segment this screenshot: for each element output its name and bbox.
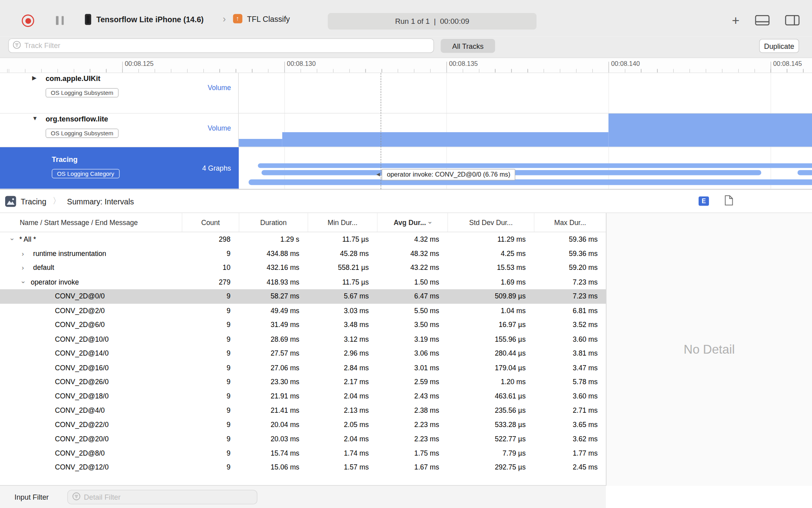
row-name-text: CONV_2D@4/0 xyxy=(55,406,105,414)
table-row[interactable]: CONV_2D@0/0958.27 ms5.67 ms6.47 ms509.89… xyxy=(0,289,606,304)
cell-count: 9 xyxy=(182,378,239,386)
cell-count: 9 xyxy=(182,350,239,358)
cell-count: 9 xyxy=(182,307,239,315)
cell-min: 2.84 ms xyxy=(308,364,377,372)
table-row[interactable]: CONV_2D@16/0927.06 ms2.84 ms3.01 ms179.0… xyxy=(0,360,606,375)
track-filter-field[interactable] xyxy=(8,38,434,53)
detail-filter-field[interactable] xyxy=(67,490,257,504)
cell-max: 2.71 ms xyxy=(534,406,606,414)
disclosure-triangle-icon[interactable]: ▶ xyxy=(32,75,36,81)
all-tracks-button[interactable]: All Tracks xyxy=(441,39,495,53)
cell-min: 2.13 ms xyxy=(308,406,377,414)
filter-icon xyxy=(12,40,21,51)
cell-avg: 2.43 ms xyxy=(377,392,448,400)
column-header-name[interactable]: Name / Start Message / End Message xyxy=(0,213,182,232)
intervals-table-body: ›* All *2981.29 s11.75 µs4.32 ms11.29 ms… xyxy=(0,232,606,475)
pause-button[interactable] xyxy=(56,16,64,25)
track-row-uikit[interactable]: ▶ com.apple.UIKit OS Logging Subsystem V… xyxy=(0,73,812,114)
table-row[interactable]: ›* All *2981.29 s11.75 µs4.32 ms11.29 ms… xyxy=(0,232,606,246)
cell-name: CONV_2D@18/0 xyxy=(0,392,182,400)
record-button[interactable] xyxy=(22,15,34,27)
row-name-text: default xyxy=(33,264,54,272)
disclosure-triangle-icon[interactable]: ▼ xyxy=(32,115,38,121)
table-row[interactable]: CONV_2D@18/0921.91 ms2.04 ms2.43 ms463.6… xyxy=(0,389,606,403)
track-lane[interactable]: ◀ operator invoke: CONV_2D@0/0 (6.76 ms) xyxy=(239,147,812,189)
track-meta: 4 Graphs xyxy=(202,164,231,172)
expanded-detail-button[interactable]: E xyxy=(699,196,709,206)
cell-max: 6.81 ms xyxy=(534,307,606,315)
cell-count: 279 xyxy=(182,278,239,286)
row-name-text: CONV_2D@12/0 xyxy=(55,464,109,471)
track-filter-input[interactable] xyxy=(24,41,433,50)
cell-name: CONV_2D@8/0 xyxy=(0,449,182,457)
cell-max: 59.36 ms xyxy=(534,250,606,258)
track-label[interactable]: ▶ com.apple.UIKit OS Logging Subsystem V… xyxy=(0,73,239,113)
cell-name: CONV_2D@0/0 xyxy=(0,292,182,300)
table-row[interactable]: CONV_2D@20/0920.03 ms2.04 ms2.23 ms522.7… xyxy=(0,432,606,446)
track-row-tracing[interactable]: Tracing OS Logging Category 4 Graphs ◀ o… xyxy=(0,147,812,189)
disclosure-chevron-icon[interactable]: › xyxy=(20,281,28,283)
cell-std: 1.20 ms xyxy=(447,378,534,386)
breadcrumb-page[interactable]: Summary: Intervals xyxy=(67,197,134,206)
target-selector[interactable]: ↑ TFL Classify xyxy=(233,14,290,23)
filter-icon xyxy=(72,492,81,502)
playhead-line[interactable] xyxy=(381,73,381,189)
cell-avg: 3.01 ms xyxy=(377,364,448,372)
toggle-bottom-panel-button[interactable] xyxy=(755,15,770,25)
column-header-count[interactable]: Count xyxy=(182,213,239,232)
table-row[interactable]: CONV_2D@6/0931.49 ms3.48 ms3.50 ms16.97 … xyxy=(0,318,606,332)
cell-std: 235.56 µs xyxy=(447,406,534,414)
cell-duration: 1.29 s xyxy=(239,235,308,243)
cell-count: 9 xyxy=(182,321,239,329)
breadcrumb-root[interactable]: Tracing xyxy=(21,197,46,206)
cell-name: CONV_2D@12/0 xyxy=(0,464,182,471)
table-row[interactable]: CONV_2D@8/0915.74 ms1.74 ms1.75 ms7.79 µ… xyxy=(0,446,606,460)
cell-name: CONV_2D@2/0 xyxy=(0,307,182,315)
cell-max: 3.65 ms xyxy=(534,421,606,429)
column-header-stddev[interactable]: Std Dev Dur... xyxy=(447,213,534,232)
table-row[interactable]: ›default10432.16 ms558.21 µs43.22 ms15.5… xyxy=(0,261,606,275)
cell-std: 292.75 µs xyxy=(447,464,534,471)
cell-duration: 434.88 ms xyxy=(239,250,308,258)
cell-std: 155.96 µs xyxy=(447,335,534,343)
add-instrument-button[interactable]: + xyxy=(732,14,739,26)
track-lane[interactable] xyxy=(239,73,812,113)
table-row[interactable]: CONV_2D@22/0920.04 ms2.05 ms2.23 ms533.2… xyxy=(0,418,606,432)
table-row[interactable]: CONV_2D@26/0923.30 ms2.17 ms2.59 ms1.20 … xyxy=(0,375,606,389)
table-row[interactable]: CONV_2D@4/0921.41 ms2.13 ms2.38 ms235.56… xyxy=(0,403,606,418)
disclosure-chevron-icon[interactable]: › xyxy=(9,238,17,241)
track-label[interactable]: ▼ org.tensorflow.lite OS Logging Subsyst… xyxy=(0,114,239,147)
table-row[interactable]: ›runtime instrumentation9434.88 ms45.28 … xyxy=(0,246,606,261)
interval-bar[interactable] xyxy=(797,170,812,175)
column-header-duration[interactable]: Duration xyxy=(239,213,308,232)
intervals-table: Name / Start Message / End Message Count… xyxy=(0,213,606,486)
column-header-max[interactable]: Max Dur... xyxy=(534,213,606,232)
column-header-min[interactable]: Min Dur... xyxy=(308,213,377,232)
table-row[interactable]: ›operator invoke279418.93 ms11.75 µs1.50… xyxy=(0,275,606,289)
duplicate-button[interactable]: Duplicate xyxy=(759,39,799,53)
target-name: TFL Classify xyxy=(247,14,290,23)
row-name-text: CONV_2D@26/0 xyxy=(55,378,109,386)
table-row[interactable]: CONV_2D@14/0927.57 ms2.96 ms3.06 ms280.4… xyxy=(0,346,606,360)
track-label[interactable]: Tracing OS Logging Category 4 Graphs xyxy=(0,147,239,189)
table-row[interactable]: CONV_2D@10/0928.69 ms3.12 ms3.19 ms155.9… xyxy=(0,332,606,346)
toggle-right-panel-button[interactable] xyxy=(785,15,800,25)
device-selector[interactable]: Tensorflow Lite iPhone (14.6) xyxy=(85,14,203,25)
document-icon[interactable] xyxy=(724,194,733,208)
track-row-tensorflow[interactable]: ▼ org.tensorflow.lite OS Logging Subsyst… xyxy=(0,114,812,147)
disclosure-chevron-icon[interactable]: › xyxy=(22,250,33,258)
interval-bar[interactable] xyxy=(249,179,812,185)
cell-count: 9 xyxy=(182,464,239,471)
column-header-avg[interactable]: Avg Dur... › xyxy=(377,213,448,232)
track-lane[interactable] xyxy=(239,114,812,147)
timeline-ruler[interactable]: 00:08.12500:08.13000:08.13500:08.14000:0… xyxy=(0,58,812,73)
cell-max: 3.47 ms xyxy=(534,364,606,372)
detail-filter-input[interactable] xyxy=(84,493,257,501)
disclosure-chevron-icon[interactable]: › xyxy=(22,264,33,272)
interval-bar[interactable] xyxy=(258,163,812,168)
cell-count: 9 xyxy=(182,421,239,429)
table-row[interactable]: CONV_2D@12/0915.06 ms1.57 ms1.67 ms292.7… xyxy=(0,460,606,475)
cell-min: 2.04 ms xyxy=(308,435,377,443)
table-row[interactable]: CONV_2D@2/0949.49 ms3.03 ms5.50 ms1.04 m… xyxy=(0,304,606,318)
run-status-display: Run 1 of 1 | 00:00:09 xyxy=(328,13,536,30)
